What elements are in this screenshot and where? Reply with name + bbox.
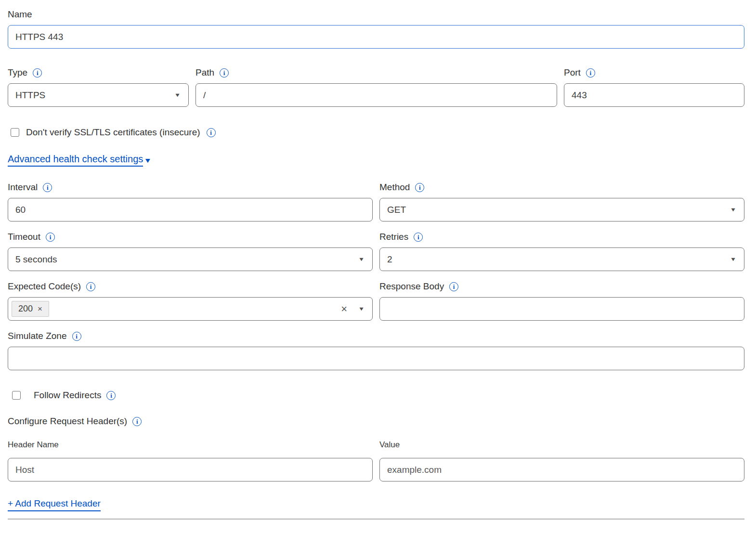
header-name-label: Header Name <box>8 440 373 450</box>
request-header-row: Header Name Value <box>8 440 744 481</box>
chevron-down-icon: ▼ <box>358 257 365 262</box>
follow-redirects-row: Follow Redirects i <box>8 390 744 401</box>
retries-field: Retries i 2 ▼ <box>379 231 744 271</box>
request-headers-section-label-row: Configure Request Header(s) i <box>8 416 744 427</box>
method-select[interactable]: GET ▼ <box>379 198 744 221</box>
type-field: Type i HTTPS ▼ <box>8 67 189 107</box>
info-icon[interactable]: i <box>33 68 42 78</box>
simulate-zone-label: Simulate Zone <box>8 330 67 342</box>
advanced-settings-grid: Interval i Method i GET ▼ Timeout i 5 se… <box>8 182 744 321</box>
verify-ssl-label: Don't verify SSL/TLS certificates (insec… <box>26 127 200 138</box>
clear-icon[interactable]: × <box>341 304 347 314</box>
advanced-settings-label: Advanced health check settings <box>8 154 143 167</box>
remove-tag-icon[interactable]: × <box>38 304 42 314</box>
response-body-input[interactable] <box>379 297 744 321</box>
path-input[interactable] <box>196 83 557 107</box>
section-divider <box>8 519 744 520</box>
info-icon[interactable]: i <box>106 391 116 400</box>
port-field: Port i <box>564 67 744 107</box>
method-field: Method i GET ▼ <box>379 182 744 221</box>
health-check-form: Name Type i HTTPS ▼ Path i Port i <box>0 0 756 520</box>
port-label: Port <box>564 67 581 78</box>
info-icon[interactable]: i <box>132 417 142 426</box>
info-icon[interactable]: i <box>207 128 216 137</box>
expected-codes-label: Expected Code(s) <box>8 281 81 292</box>
name-input[interactable] <box>8 25 744 49</box>
info-icon[interactable]: i <box>86 282 95 291</box>
type-select[interactable]: HTTPS ▼ <box>8 83 189 107</box>
method-select-value: GET <box>387 205 406 215</box>
retries-select-value: 2 <box>387 254 392 265</box>
info-icon[interactable]: i <box>220 68 229 78</box>
info-icon[interactable]: i <box>414 233 423 242</box>
follow-redirects-checkbox[interactable] <box>12 391 21 400</box>
header-value-label: Value <box>379 440 744 450</box>
path-field: Path i <box>196 67 557 107</box>
port-input[interactable] <box>564 83 744 107</box>
timeout-select[interactable]: 5 seconds ▼ <box>8 247 373 271</box>
request-headers-section-label: Configure Request Header(s) <box>8 416 127 427</box>
chevron-down-icon: ▼ <box>144 156 152 164</box>
info-icon[interactable]: i <box>586 68 595 78</box>
simulate-zone-field: Simulate Zone i <box>8 330 744 370</box>
info-icon[interactable]: i <box>72 332 81 341</box>
info-icon[interactable]: i <box>43 183 52 192</box>
add-request-header-link[interactable]: + Add Request Header <box>8 498 101 511</box>
type-label: Type <box>8 67 27 78</box>
info-icon[interactable]: i <box>415 183 424 192</box>
name-label: Name <box>8 9 32 20</box>
method-label: Method <box>379 182 410 193</box>
chevron-down-icon[interactable]: ▼ <box>358 306 365 312</box>
timeout-label: Timeout <box>8 231 40 243</box>
response-body-label: Response Body <box>379 281 444 292</box>
header-value-input[interactable] <box>379 458 744 481</box>
follow-redirects-label: Follow Redirects <box>34 390 101 401</box>
chevron-down-icon: ▼ <box>174 92 181 98</box>
type-select-value: HTTPS <box>15 90 45 101</box>
interval-input[interactable] <box>8 198 373 221</box>
multiselect-controls: × ▼ <box>341 304 364 314</box>
verify-ssl-checkbox[interactable] <box>11 128 19 137</box>
timeout-field: Timeout i 5 seconds ▼ <box>8 231 373 271</box>
chevron-down-icon: ▼ <box>730 207 737 212</box>
retries-label: Retries <box>379 231 408 243</box>
response-body-field: Response Body i <box>379 281 744 321</box>
verify-ssl-row: Don't verify SSL/TLS certificates (insec… <box>11 127 744 138</box>
path-label: Path <box>196 67 214 78</box>
timeout-select-value: 5 seconds <box>15 254 57 265</box>
expected-codes-select[interactable]: 200 × × ▼ <box>8 297 373 321</box>
type-path-port-row: Type i HTTPS ▼ Path i Port i <box>8 67 744 107</box>
interval-label: Interval <box>8 182 38 193</box>
header-name-input[interactable] <box>8 458 373 481</box>
name-label-row: Name <box>8 9 744 20</box>
simulate-zone-input[interactable] <box>8 347 744 370</box>
retries-select[interactable]: 2 ▼ <box>379 247 744 271</box>
interval-field: Interval i <box>8 182 373 221</box>
expected-code-tag: 200 × <box>12 301 49 317</box>
header-name-field: Header Name <box>8 440 373 481</box>
chevron-down-icon: ▼ <box>730 257 737 262</box>
advanced-settings-link[interactable]: Advanced health check settings ▼ <box>8 154 151 167</box>
info-icon[interactable]: i <box>46 233 55 242</box>
expected-codes-field: Expected Code(s) i 200 × × ▼ <box>8 281 373 321</box>
info-icon[interactable]: i <box>449 282 458 291</box>
expected-code-tag-label: 200 <box>18 304 33 314</box>
header-value-field: Value <box>379 440 744 481</box>
